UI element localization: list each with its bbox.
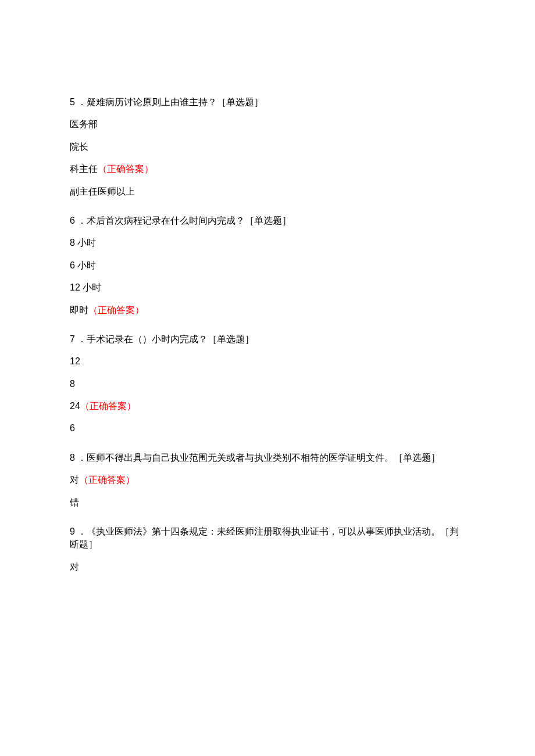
- option-num: 6: [70, 260, 75, 270]
- option-text: 对: [70, 475, 79, 485]
- option: 6: [70, 422, 465, 435]
- question-text: 8 ．医师不得出具与自己执业范围无关或者与执业类别不相符的医学证明文件。［单选题…: [70, 452, 465, 464]
- question-6: 6 ．术后首次病程记录在什么时间内完成？［单选题］ 8 小时 6 小时 12 小…: [70, 214, 465, 317]
- option: 副主任医师以上: [70, 185, 465, 198]
- option: 院长: [70, 141, 465, 153]
- question-number: 7: [70, 334, 75, 344]
- option-num: 12: [70, 282, 80, 292]
- correct-answer-label: （正确答案）: [88, 305, 144, 315]
- option: 6 小时: [70, 259, 465, 272]
- question-body: ．手术记录在（）小时内完成？［单选题］: [77, 334, 254, 344]
- option-text: 科主任: [70, 164, 98, 174]
- question-text: 7 ．手术记录在（）小时内完成？［单选题］: [70, 333, 465, 346]
- option-text: 对: [70, 562, 79, 572]
- option-num: 8: [70, 238, 75, 248]
- question-5: 5 ．疑难病历讨论原则上由谁主持？［单选题］ 医务部 院长 科主任（正确答案） …: [70, 96, 465, 198]
- option-num: 12: [70, 356, 80, 366]
- option: 8 小时: [70, 237, 465, 249]
- option-suffix: 小时: [75, 260, 96, 270]
- option-text: 错: [70, 497, 79, 507]
- option: 即时（正确答案）: [70, 304, 465, 317]
- question-8: 8 ．医师不得出具与自己执业范围无关或者与执业类别不相符的医学证明文件。［单选题…: [70, 452, 465, 509]
- option: 12 小时: [70, 281, 465, 294]
- option-num: 6: [70, 423, 75, 433]
- question-body: ．《执业医师法》第十四条规定：未经医师注册取得执业证书，可以从事医师执业活动。［…: [70, 526, 459, 549]
- option: 8: [70, 378, 465, 390]
- option-text: 院长: [70, 142, 88, 152]
- question-body: ．术后首次病程记录在什么时间内完成？［单选题］: [77, 216, 291, 225]
- question-number: 9: [70, 526, 75, 536]
- option: 对: [70, 561, 465, 574]
- question-body: ．医师不得出具与自己执业范围无关或者与执业类别不相符的医学证明文件。［单选题］: [77, 453, 440, 463]
- question-text: 6 ．术后首次病程记录在什么时间内完成？［单选题］: [70, 214, 465, 227]
- question-number: 6: [70, 216, 75, 225]
- option: 12: [70, 355, 465, 368]
- option-suffix: 小时: [75, 238, 96, 248]
- question-body: ．疑难病历讨论原则上由谁主持？［单选题］: [77, 97, 263, 107]
- option: 24（正确答案）: [70, 400, 465, 413]
- option-text: 副主任医师以上: [70, 187, 135, 196]
- document-page: 5 ．疑难病历讨论原则上由谁主持？［单选题］ 医务部 院长 科主任（正确答案） …: [0, 0, 535, 756]
- question-7: 7 ．手术记录在（）小时内完成？［单选题］ 12 8 24（正确答案） 6: [70, 333, 465, 435]
- question-text: 9 ．《执业医师法》第十四条规定：未经医师注册取得执业证书，可以从事医师执业活动…: [70, 525, 465, 551]
- option-text: 医务部: [70, 119, 98, 129]
- option-suffix: 小时: [80, 282, 101, 292]
- option-num: 8: [70, 379, 75, 389]
- question-9: 9 ．《执业医师法》第十四条规定：未经医师注册取得执业证书，可以从事医师执业活动…: [70, 525, 465, 574]
- question-number: 8: [70, 453, 75, 463]
- option-text: 即时: [70, 305, 88, 315]
- correct-answer-label: （正确答案）: [98, 164, 154, 174]
- option-num: 24: [70, 401, 80, 411]
- option: 对（正确答案）: [70, 474, 465, 486]
- question-text: 5 ．疑难病历讨论原则上由谁主持？［单选题］: [70, 96, 465, 109]
- option: 医务部: [70, 118, 465, 131]
- correct-answer-label: （正确答案）: [79, 475, 135, 485]
- question-number: 5: [70, 97, 75, 107]
- option: 错: [70, 496, 465, 509]
- correct-answer-label: （正确答案）: [80, 401, 136, 411]
- option: 科主任（正确答案）: [70, 163, 465, 175]
